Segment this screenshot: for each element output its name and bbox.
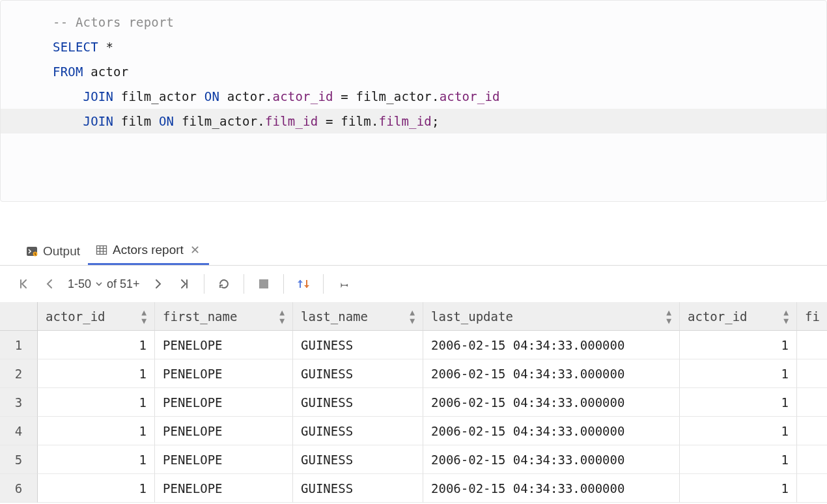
cell-first-name[interactable]: PENELOPE <box>155 474 293 503</box>
col-header-last-name[interactable]: last_name▲▼ <box>293 302 423 331</box>
cell-actor-id[interactable]: 1 <box>38 359 155 388</box>
cell-first-name[interactable]: PENELOPE <box>155 445 293 474</box>
page-range[interactable]: 1-50 of 51+ <box>64 277 144 291</box>
last-page-button[interactable] <box>173 272 196 296</box>
grid-header-row: actor_id▲▼ first_name▲▼ last_name▲▼ last… <box>0 302 827 331</box>
cell-last-name[interactable]: GUINESS <box>293 331 423 359</box>
cell-film-id[interactable] <box>797 359 827 388</box>
kw-join: JOIN <box>83 89 114 104</box>
row-number[interactable]: 6 <box>0 474 38 503</box>
sort-icon: ▲▼ <box>410 308 415 325</box>
cell-first-name[interactable]: PENELOPE <box>155 331 293 359</box>
table-row[interactable]: 6 1 PENELOPE GUINESS 2006-02-15 04:34:33… <box>0 474 827 503</box>
cell-first-name[interactable]: PENELOPE <box>155 359 293 388</box>
cell-first-name[interactable]: PENELOPE <box>155 388 293 417</box>
chevron-down-icon <box>95 280 103 288</box>
cell-last-name[interactable]: GUINESS <box>293 388 423 417</box>
sort-icon: ▲▼ <box>141 308 147 325</box>
cell-actor-id-2[interactable]: 1 <box>680 417 797 445</box>
col-header-actor-id[interactable]: actor_id▲▼ <box>38 302 155 331</box>
stop-icon <box>259 279 268 288</box>
prev-page-button[interactable] <box>38 272 61 296</box>
cell-film-id[interactable] <box>797 388 827 417</box>
cell-last-update[interactable]: 2006-02-15 04:34:33.000000 <box>423 417 680 445</box>
cell-actor-id-2[interactable]: 1 <box>680 359 797 388</box>
result-tabs: Output Actors report ✕ <box>0 237 827 266</box>
pin-button[interactable] <box>331 272 355 296</box>
row-number[interactable]: 1 <box>0 331 38 359</box>
cell-actor-id[interactable]: 1 <box>38 388 155 417</box>
svg-rect-2 <box>97 246 107 255</box>
row-number[interactable]: 5 <box>0 445 38 474</box>
cell-actor-id-2[interactable]: 1 <box>680 331 797 359</box>
table-icon <box>96 244 107 256</box>
sort-icon: ▲▼ <box>279 308 285 325</box>
pane-divider[interactable] <box>0 202 827 237</box>
console-icon <box>26 245 38 257</box>
sql-editor[interactable]: -- Actors report SELECT * FROM actor JOI… <box>0 0 827 202</box>
cell-actor-id-2[interactable]: 1 <box>680 445 797 474</box>
cell-last-name[interactable]: GUINESS <box>293 474 423 503</box>
result-toolbar: 1-50 of 51+ <box>0 266 827 302</box>
col-header-film-id[interactable]: fi <box>797 302 827 331</box>
cell-actor-id-2[interactable]: 1 <box>680 474 797 503</box>
cell-last-name[interactable]: GUINESS <box>293 445 423 474</box>
result-grid: actor_id▲▼ first_name▲▼ last_name▲▼ last… <box>0 302 827 503</box>
cell-first-name[interactable]: PENELOPE <box>155 417 293 445</box>
kw-select: SELECT <box>53 40 98 54</box>
separator <box>204 274 204 294</box>
cell-last-update[interactable]: 2006-02-15 04:34:33.000000 <box>423 388 680 417</box>
cell-film-id[interactable] <box>797 331 827 359</box>
cell-actor-id[interactable]: 1 <box>38 474 155 503</box>
table-row[interactable]: 4 1 PENELOPE GUINESS 2006-02-15 04:34:33… <box>0 417 827 445</box>
tab-result[interactable]: Actors report ✕ <box>88 237 209 265</box>
tab-output-label: Output <box>43 244 80 259</box>
cell-actor-id-2[interactable]: 1 <box>680 388 797 417</box>
tab-result-label: Actors report <box>113 243 184 257</box>
sort-icon: ▲▼ <box>783 308 789 325</box>
col-header-first-name[interactable]: first_name▲▼ <box>155 302 293 331</box>
cell-last-update[interactable]: 2006-02-15 04:34:33.000000 <box>423 445 680 474</box>
cell-last-update[interactable]: 2006-02-15 04:34:33.000000 <box>423 474 680 503</box>
close-icon[interactable]: ✕ <box>189 243 201 257</box>
kw-join: JOIN <box>83 114 114 128</box>
cell-last-name[interactable]: GUINESS <box>293 359 423 388</box>
table-row[interactable]: 3 1 PENELOPE GUINESS 2006-02-15 04:34:33… <box>0 388 827 417</box>
row-number[interactable]: 2 <box>0 359 38 388</box>
kw-from: FROM <box>53 64 83 79</box>
col-header-last-update[interactable]: last_update▲▼ <box>423 302 680 331</box>
cell-actor-id[interactable]: 1 <box>38 445 155 474</box>
first-page-button[interactable] <box>12 272 35 296</box>
cell-actor-id[interactable]: 1 <box>38 417 155 445</box>
cell-last-update[interactable]: 2006-02-15 04:34:33.000000 <box>423 359 680 388</box>
cell-actor-id[interactable]: 1 <box>38 331 155 359</box>
row-number-header[interactable] <box>0 302 38 331</box>
cell-film-id[interactable] <box>797 474 827 503</box>
table-row[interactable]: 5 1 PENELOPE GUINESS 2006-02-15 04:34:33… <box>0 445 827 474</box>
sort-icon: ▲▼ <box>666 308 671 325</box>
table-row[interactable]: 1 1 PENELOPE GUINESS 2006-02-15 04:34:33… <box>0 331 827 359</box>
row-number[interactable]: 3 <box>0 388 38 417</box>
stop-button[interactable] <box>252 272 275 296</box>
sql-comment: -- Actors report <box>53 15 174 29</box>
separator <box>244 274 244 294</box>
compare-button[interactable] <box>292 272 315 296</box>
tab-output[interactable]: Output <box>18 237 88 265</box>
refresh-button[interactable] <box>212 272 236 296</box>
cell-film-id[interactable] <box>797 445 827 474</box>
next-page-button[interactable] <box>147 272 170 296</box>
row-number[interactable]: 4 <box>0 417 38 445</box>
cell-film-id[interactable] <box>797 417 827 445</box>
table-row[interactable]: 2 1 PENELOPE GUINESS 2006-02-15 04:34:33… <box>0 359 827 388</box>
separator <box>283 274 284 294</box>
col-header-actor-id-2[interactable]: actor_id▲▼ <box>680 302 797 331</box>
separator <box>323 274 324 294</box>
cell-last-update[interactable]: 2006-02-15 04:34:33.000000 <box>423 331 680 359</box>
cell-last-name[interactable]: GUINESS <box>293 417 423 445</box>
